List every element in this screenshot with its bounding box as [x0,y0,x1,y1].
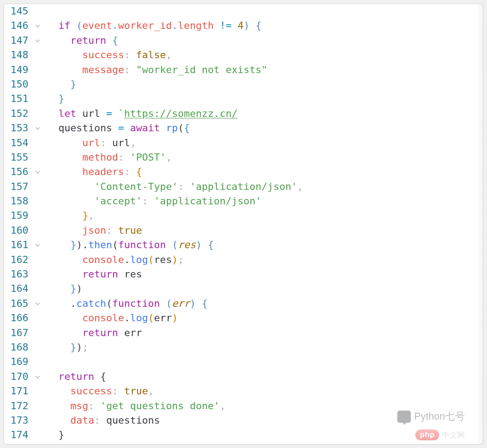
line-number[interactable]: 162 [4,253,31,267]
fold-toggle[interactable] [31,33,44,49]
code-line[interactable]: 174 } [4,428,483,442]
code-line-content[interactable]: } [44,77,483,92]
chevron-down-icon[interactable] [34,240,41,251]
code-line[interactable]: 168 }); [4,340,483,355]
line-number[interactable]: 174 [4,428,31,442]
chevron-down-icon[interactable] [34,372,41,383]
line-number[interactable]: 147 [4,33,31,48]
line-number[interactable]: 156 [4,165,31,179]
code-line[interactable]: 162 console.log(res); [4,253,483,267]
line-number[interactable]: 165 [4,296,31,311]
code-line[interactable]: 171 success: true, [4,384,483,398]
code-line[interactable]: 158 'accept': 'application/json' [4,194,483,208]
line-number[interactable]: 150 [4,77,31,92]
line-number[interactable]: 163 [4,267,31,282]
code-line-content[interactable]: success: false, [44,48,483,62]
code-line-content[interactable]: return { [44,33,483,48]
code-line[interactable]: 151 } [4,92,483,106]
code-line[interactable]: 153 questions = await rp({ [4,121,483,135]
code-line[interactable]: 160 json: true [4,223,483,238]
code-line-content[interactable]: .catch(function (err) { [44,296,483,311]
line-number[interactable]: 148 [4,48,31,62]
chevron-down-icon[interactable] [34,21,41,32]
code-line-content[interactable]: return err [44,326,483,340]
code-line[interactable]: 155 method: 'POST', [4,150,483,165]
line-number[interactable]: 164 [4,282,31,296]
line-number[interactable]: 145 [4,4,31,18]
code-line[interactable]: 165 .catch(function (err) { [4,296,483,311]
line-number[interactable]: 169 [4,355,31,369]
code-line-content[interactable]: return { [44,369,483,384]
code-line-content[interactable]: 'accept': 'application/json' [44,194,483,208]
line-number[interactable]: 159 [4,208,31,223]
line-number[interactable]: 168 [4,340,31,355]
code-line[interactable]: 166 console.log(err) [4,311,483,325]
fold-toggle[interactable] [31,369,44,385]
screenshot-frame: 145146 if (event.worker_id.length != 4) … [0,0,487,448]
php-badge: php [415,430,439,440]
code-line[interactable]: 159 }, [4,208,483,223]
code-line-content[interactable]: message: "worker_id not exists" [44,63,483,77]
code-line-content[interactable]: url: url, [44,136,483,150]
code-line[interactable]: 170 return { [4,369,483,384]
line-number[interactable]: 173 [4,413,31,428]
chevron-down-icon[interactable] [34,299,41,310]
code-line[interactable]: 167 return err [4,326,483,340]
code-line-content[interactable]: }, [44,208,483,223]
line-number[interactable]: 152 [4,106,31,121]
code-line[interactable]: 150 } [4,77,483,92]
line-number[interactable]: 155 [4,150,31,165]
chevron-down-icon[interactable] [34,123,41,134]
code-line-content[interactable]: json: true [44,223,483,238]
code-line-content[interactable]: console.log(res); [44,253,483,267]
line-number[interactable]: 171 [4,384,31,398]
code-line-content[interactable]: }).then(function (res) { [44,238,483,252]
code-line[interactable]: 156 headers: { [4,165,483,179]
code-editor[interactable]: 145146 if (event.worker_id.length != 4) … [4,4,483,443]
code-line[interactable]: 164 }) [4,282,483,296]
chevron-down-icon[interactable] [34,167,41,178]
fold-toggle[interactable] [31,121,44,136]
code-line[interactable]: 148 success: false, [4,48,483,62]
line-number[interactable]: 170 [4,369,31,384]
code-line-content[interactable]: if (event.worker_id.length != 4) { [44,18,483,33]
code-line-content[interactable]: headers: { [44,165,483,179]
code-line[interactable]: 149 message: "worker_id not exists" [4,63,483,77]
chevron-down-icon[interactable] [34,36,41,47]
code-line[interactable]: 154 url: url, [4,136,483,150]
code-line-content[interactable]: method: 'POST', [44,150,483,165]
code-line[interactable]: 145 [4,4,483,18]
line-number[interactable]: 153 [4,121,31,135]
code-line-content[interactable]: console.log(err) [44,311,483,325]
code-line[interactable]: 157 'Content-Type': 'application/json', [4,180,483,194]
line-number[interactable]: 172 [4,399,31,413]
code-line-content[interactable]: 'Content-Type': 'application/json', [44,180,483,194]
code-line-content[interactable]: return res [44,267,483,282]
line-number[interactable]: 154 [4,136,31,150]
line-number[interactable]: 146 [4,18,31,33]
fold-toggle[interactable] [31,18,44,34]
code-line[interactable]: 152 let url = `https://somenzz.cn/` [4,106,483,121]
code-line[interactable]: 147 return { [4,33,483,48]
line-number[interactable]: 158 [4,194,31,208]
fold-toggle[interactable] [31,238,44,253]
line-number[interactable]: 167 [4,326,31,340]
code-line-content[interactable]: } [44,92,483,106]
line-number[interactable]: 166 [4,311,31,325]
code-line-content[interactable]: let url = `https://somenzz.cn/` [44,106,483,121]
line-number[interactable]: 160 [4,223,31,238]
line-number[interactable]: 151 [4,92,31,106]
line-number[interactable]: 149 [4,63,31,77]
fold-toggle[interactable] [31,165,44,180]
code-line-content[interactable]: questions = await rp({ [44,121,483,135]
line-number[interactable]: 161 [4,238,31,252]
line-number[interactable]: 157 [4,180,31,194]
code-line-content[interactable]: }); [44,340,483,355]
code-line[interactable]: 163 return res [4,267,483,282]
code-line[interactable]: 146 if (event.worker_id.length != 4) { [4,18,483,33]
code-line-content[interactable]: success: true, [44,384,483,398]
code-line[interactable]: 161 }).then(function (res) { [4,238,483,252]
code-line-content[interactable]: }) [44,282,483,296]
code-line[interactable]: 169 [4,355,483,369]
fold-toggle[interactable] [31,296,44,312]
